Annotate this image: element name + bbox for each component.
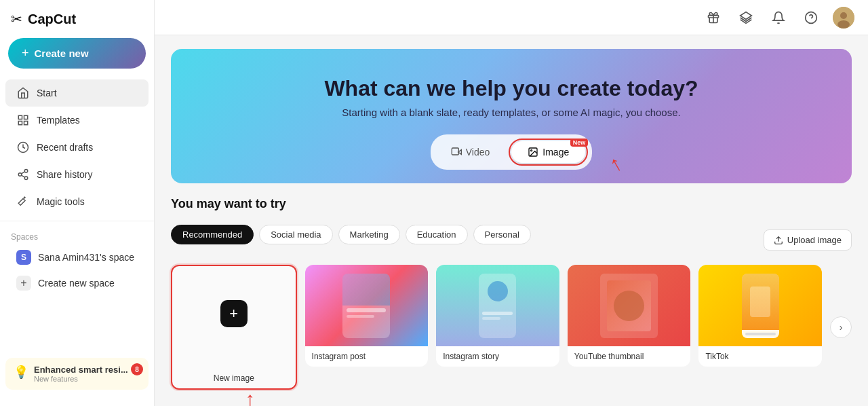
sidebar-item-templates[interactable]: Templates xyxy=(5,107,149,134)
next-button[interactable]: › xyxy=(830,316,852,338)
notification-sub: New features xyxy=(34,375,128,383)
instagram-story-thumb xyxy=(436,265,559,346)
tab-image[interactable]: Image New xyxy=(511,141,585,163)
hero-subtitle: Starting with a blank slate, ready templ… xyxy=(184,107,838,118)
upload-image-button[interactable]: Upload image xyxy=(764,229,852,251)
video-icon xyxy=(451,147,462,158)
sidebar-bottom: 💡 Enhanced smart resi... New features 8 xyxy=(0,352,154,395)
logo-text: CapCut xyxy=(28,12,76,27)
sidebar-templates-label: Templates xyxy=(37,115,80,126)
svg-point-15 xyxy=(840,12,847,19)
divider xyxy=(0,221,154,221)
svg-line-9 xyxy=(21,172,24,174)
template-new-image[interactable]: + New image xyxy=(171,265,297,390)
filter-social[interactable]: Social media xyxy=(259,225,332,244)
svg-point-5 xyxy=(24,170,28,173)
content: What can we help you create today? Start… xyxy=(155,35,868,406)
image-icon xyxy=(528,147,538,158)
svg-point-6 xyxy=(18,173,22,177)
try-section-header: You may want to try xyxy=(171,197,852,219)
tab-image-label: Image xyxy=(542,147,569,158)
upload-icon xyxy=(774,236,783,245)
upload-btn-label: Upload image xyxy=(787,235,842,245)
try-section: You may want to try Recommended Social m… xyxy=(171,197,852,390)
sidebar-recent-label: Recent drafts xyxy=(37,142,93,153)
sidebar-item-share[interactable]: Share history xyxy=(5,161,149,188)
notification-icon: 💡 xyxy=(14,365,28,380)
share-icon xyxy=(16,168,30,181)
spaces-label: Spaces xyxy=(0,227,154,244)
hero-title: What can we help you create today? xyxy=(184,76,838,101)
sidebar-item-recent[interactable]: Recent drafts xyxy=(5,134,149,161)
logo-icon: ✂ xyxy=(11,11,22,27)
instagram-story-label: Instagram story xyxy=(436,346,559,367)
new-image-plus-icon: + xyxy=(220,300,248,327)
template-instagram-post[interactable]: Instagram post xyxy=(305,265,429,367)
svg-point-16 xyxy=(837,20,850,29)
notification-title: Enhanced smart resi... xyxy=(34,365,128,375)
sidebar-item-start[interactable]: Start xyxy=(5,79,149,107)
space-avatar: S xyxy=(16,250,31,265)
layers-icon[interactable] xyxy=(735,7,757,29)
create-space-item[interactable]: + Create new space xyxy=(5,270,149,296)
youtube-thumb-thumb xyxy=(568,265,691,346)
space-item-sana[interactable]: S Sana Amin431's space xyxy=(5,244,149,270)
filter-education[interactable]: Education xyxy=(406,225,468,244)
sidebar-share-label: Share history xyxy=(37,169,92,180)
create-new-button[interactable]: + Create new xyxy=(8,38,146,69)
template-youtube-thumb[interactable]: YouTube thumbnail xyxy=(568,265,691,367)
try-section-title: You may want to try xyxy=(171,197,286,211)
notification-badge: 8 xyxy=(131,363,143,375)
tab-image-wrapper: Image New xyxy=(509,139,588,166)
svg-rect-3 xyxy=(18,122,22,125)
filter-recommended[interactable]: Recommended xyxy=(171,225,254,244)
filter-tabs: Recommended Social media Marketing Educa… xyxy=(171,225,531,244)
create-space-label: Create new space xyxy=(38,278,115,289)
svg-rect-2 xyxy=(24,122,28,125)
notification-card[interactable]: 💡 Enhanced smart resi... New features 8 xyxy=(5,358,149,390)
arrow-to-new-image: ↑ xyxy=(245,388,255,406)
sidebar-magic-label: Magic tools xyxy=(37,196,85,207)
svg-line-8 xyxy=(21,175,24,177)
template-instagram-story[interactable]: Instagram story xyxy=(436,265,559,367)
tab-video-label: Video xyxy=(466,147,490,158)
home-icon xyxy=(16,86,30,100)
add-space-icon: + xyxy=(16,276,31,291)
wand-icon xyxy=(16,195,30,208)
logo: ✂ CapCut xyxy=(0,11,154,38)
template-tiktok[interactable]: TikTok xyxy=(698,265,822,367)
tab-video[interactable]: Video xyxy=(435,139,507,166)
svg-point-20 xyxy=(531,150,532,151)
help-icon[interactable] xyxy=(800,7,822,29)
instagram-post-thumb xyxy=(305,265,429,346)
tiktok-label: TikTok xyxy=(698,346,822,367)
notification-content: Enhanced smart resi... New features xyxy=(34,365,128,383)
filter-personal[interactable]: Personal xyxy=(473,225,531,244)
svg-point-7 xyxy=(24,177,28,180)
new-badge: New xyxy=(570,139,589,147)
tiktok-thumb xyxy=(698,265,822,346)
layout-icon xyxy=(16,113,30,127)
arrow-to-image: ↑ xyxy=(605,150,627,177)
hero-tabs: Video Image New xyxy=(431,134,592,170)
hero-banner: What can we help you create today? Start… xyxy=(171,49,852,183)
clock-icon xyxy=(16,141,30,154)
filter-marketing[interactable]: Marketing xyxy=(338,225,400,244)
plus-icon: + xyxy=(22,46,29,60)
youtube-label: YouTube thumbnail xyxy=(568,346,691,367)
main: What can we help you create today? Start… xyxy=(155,0,868,406)
gift-icon[interactable] xyxy=(703,7,724,29)
svg-rect-1 xyxy=(24,115,28,119)
new-image-label: New image xyxy=(207,368,261,388)
svg-rect-0 xyxy=(18,115,22,119)
space-label: Sana Amin431's space xyxy=(38,252,134,263)
user-avatar[interactable] xyxy=(833,7,854,29)
topbar xyxy=(155,0,868,35)
instagram-post-label: Instagram post xyxy=(305,346,429,367)
sidebar-start-label: Start xyxy=(37,88,57,98)
bell-icon[interactable] xyxy=(768,7,789,29)
svg-rect-17 xyxy=(452,148,458,155)
templates-row: + New image In xyxy=(171,265,852,390)
sidebar-item-magic[interactable]: Magic tools xyxy=(5,188,149,215)
sidebar: ✂ CapCut + Create new Start Templates Re… xyxy=(0,0,155,406)
